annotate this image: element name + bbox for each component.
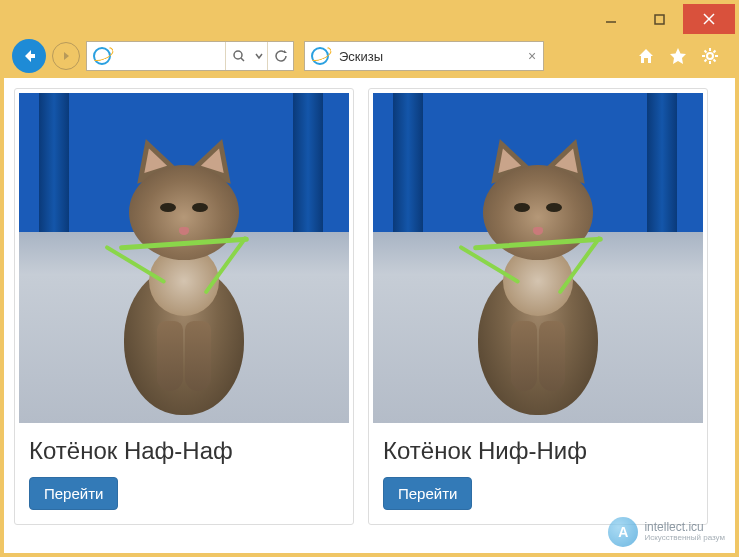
card-image xyxy=(19,93,349,423)
browser-toolbar: Эскизы × xyxy=(4,34,735,78)
maximize-button[interactable] xyxy=(635,4,683,34)
watermark-logo-icon: A xyxy=(608,517,638,547)
address-bar[interactable] xyxy=(86,41,294,71)
card-image xyxy=(373,93,703,423)
refresh-button[interactable] xyxy=(267,42,293,70)
thumbnail-card: Котёнок Ниф-Ниф Перейти xyxy=(368,88,708,525)
kitten-image xyxy=(453,116,623,386)
card-go-button[interactable]: Перейти xyxy=(29,477,118,510)
svg-point-4 xyxy=(234,51,242,59)
kitten-image xyxy=(99,116,269,386)
window-titlebar xyxy=(4,4,735,34)
thumbnail-card: Котёнок Наф-Наф Перейти xyxy=(14,88,354,525)
close-button[interactable] xyxy=(683,4,735,34)
card-go-button[interactable]: Перейти xyxy=(383,477,472,510)
watermark-subtitle: Искусственный разум xyxy=(644,534,725,543)
page-content: Котёнок Наф-Наф Перейти Котёнок Ниф-Ниф … xyxy=(4,78,735,553)
svg-line-5 xyxy=(241,58,244,61)
tab-close-button[interactable]: × xyxy=(521,48,543,64)
settings-gear-icon[interactable] xyxy=(699,45,721,67)
search-dropdown-button[interactable] xyxy=(225,42,251,70)
browser-tab[interactable]: Эскизы × xyxy=(304,41,544,71)
tab-favicon-icon xyxy=(309,45,331,67)
forward-button[interactable] xyxy=(52,42,80,70)
svg-point-6 xyxy=(707,53,713,59)
home-icon[interactable] xyxy=(635,45,657,67)
tab-title: Эскизы xyxy=(335,49,521,64)
favorites-icon[interactable] xyxy=(667,45,689,67)
minimize-button[interactable] xyxy=(587,4,635,34)
back-button[interactable] xyxy=(12,39,46,73)
svg-rect-1 xyxy=(655,15,664,24)
dropdown-icon[interactable] xyxy=(251,42,267,70)
ie-logo-icon xyxy=(91,45,113,67)
card-title: Котёнок Наф-Наф xyxy=(19,423,349,477)
card-title: Котёнок Ниф-Ниф xyxy=(373,423,703,477)
watermark: A intellect.icu Искусственный разум xyxy=(608,517,725,547)
